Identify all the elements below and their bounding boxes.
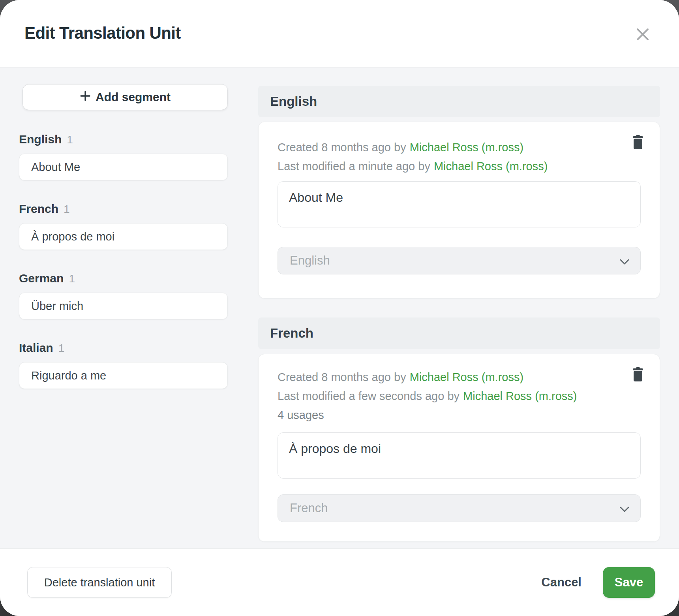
segments-sidebar: Add segment English 1 About Me French 1 … [19, 84, 228, 389]
trash-icon [632, 145, 643, 150]
delete-segment-button[interactable] [631, 135, 645, 150]
edit-translation-unit-modal: Edit Translation Unit Add segment Englis… [0, 0, 679, 616]
created-meta: Created 8 months ago byMichael Ross (m.r… [278, 138, 641, 157]
segment-count: 1 [64, 203, 70, 216]
language-name: English [19, 133, 62, 146]
segment-count: 1 [58, 342, 65, 355]
usages-count: 4 usages [278, 406, 641, 424]
add-segment-label: Add segment [96, 90, 171, 104]
panel-header-label: French [270, 326, 313, 341]
segment-text: À propos de moi [31, 230, 114, 243]
language-name: French [19, 202, 58, 216]
panel-header-label: English [270, 94, 317, 109]
modal-footer: Delete translation unit Cancel Save [0, 548, 679, 616]
plus-icon [80, 90, 91, 104]
add-segment-button[interactable]: Add segment [23, 84, 228, 110]
delete-segment-button[interactable] [631, 367, 645, 383]
chevron-down-icon [620, 254, 629, 268]
created-user: Michael Ross (m.ross) [410, 371, 523, 383]
segment-card-german[interactable]: Über mich [19, 293, 228, 319]
segment-count: 1 [69, 272, 75, 285]
panel-header-english: English [258, 86, 660, 117]
language-select-value: French [290, 501, 328, 515]
modified-meta: Last modified a few seconds ago byMichae… [278, 387, 641, 406]
created-prefix: Created 8 months ago by [278, 371, 406, 383]
page-title: Edit Translation Unit [24, 24, 181, 43]
language-name: German [19, 272, 64, 285]
segment-card-italian[interactable]: Riguardo a me [19, 362, 228, 389]
segment-language-label: German 1 [19, 272, 228, 285]
language-name: Italian [19, 341, 53, 355]
language-select-french[interactable]: French [278, 494, 641, 522]
panel-card-french: Created 8 months ago byMichael Ross (m.r… [258, 354, 660, 542]
segment-language-label: English 1 [19, 133, 228, 146]
segment-text-input-french[interactable]: À propos de moi [278, 432, 641, 479]
modified-prefix: Last modified a minute ago by [278, 160, 430, 173]
trash-icon [632, 377, 643, 383]
segment-card-english[interactable]: About Me [19, 154, 228, 180]
created-user: Michael Ross (m.ross) [410, 141, 523, 154]
chevron-down-icon [620, 501, 629, 515]
language-select-value: English [290, 254, 330, 268]
cancel-button[interactable]: Cancel [541, 575, 581, 590]
segment-text-input-english[interactable]: About Me [278, 181, 641, 227]
close-icon [636, 37, 650, 43]
created-meta: Created 8 months ago byMichael Ross (m.r… [278, 368, 641, 387]
modified-user: Michael Ross (m.ross) [463, 390, 577, 402]
panel-card-english: Created 8 months ago byMichael Ross (m.r… [258, 122, 660, 299]
modified-meta: Last modified a minute ago byMichael Ros… [278, 157, 641, 176]
segment-text: About Me [31, 161, 80, 174]
segment-card-french[interactable]: À propos de moi [19, 223, 228, 250]
delete-translation-unit-button[interactable]: Delete translation unit [27, 567, 172, 598]
segment-language-label: Italian 1 [19, 341, 228, 355]
save-button[interactable]: Save [603, 567, 655, 598]
close-button[interactable] [634, 26, 651, 43]
modal-header: Edit Translation Unit [0, 0, 679, 68]
segment-text: Über mich [31, 300, 83, 313]
segment-count: 1 [67, 133, 73, 146]
panel-header-french: French [258, 317, 660, 349]
segment-language-label: French 1 [19, 202, 228, 216]
modified-prefix: Last modified a few seconds ago by [278, 390, 460, 402]
language-select-english[interactable]: English [278, 247, 641, 274]
modified-user: Michael Ross (m.ross) [434, 160, 548, 173]
created-prefix: Created 8 months ago by [278, 141, 406, 154]
segment-text: Riguardo a me [31, 369, 106, 382]
